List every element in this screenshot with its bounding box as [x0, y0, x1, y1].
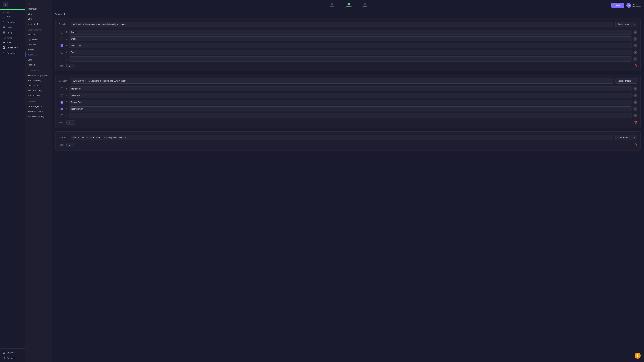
sidebar-item-settings[interactable]: Settings [0, 350, 25, 355]
answer-checkbox-1-2[interactable] [60, 37, 63, 40]
stepper: General Questions Media [329, 3, 367, 8]
type-select-2[interactable]: Single choiceMultiple choiceOpen-Ended [615, 78, 637, 84]
secondary-sidebar-item-bash[interactable]: Bash [25, 57, 52, 62]
secondary-sidebar-item-emc[interactable]: EMC & Integrity [25, 88, 52, 93]
answer-checkbox-2-2[interactable] [60, 94, 63, 97]
remove-answer-btn-2-1[interactable]: × [634, 87, 637, 91]
remove-answer-btn-2-2[interactable]: × [634, 94, 637, 97]
points-input-3[interactable] [66, 143, 75, 147]
answer-num-1-4: 4. [65, 51, 68, 53]
answer-input-2-5[interactable] [69, 113, 632, 118]
remove-answer-btn-2-5[interactable]: × [634, 114, 637, 117]
remove-answer-btn-2-4[interactable]: × [634, 107, 637, 111]
secondary-sidebar-item-bfs[interactable]: BFS [25, 16, 52, 21]
delete-question-btn-1[interactable] [634, 64, 637, 68]
answer-input-1-3[interactable] [69, 43, 632, 48]
answer-row-1-4: 4.× [59, 50, 637, 55]
remove-answer-btn-1-5[interactable]: × [634, 57, 637, 61]
answer-input-2-4[interactable] [69, 106, 632, 111]
secondary-sidebar-item-optimisation[interactable]: Optimisation [25, 37, 52, 42]
secondary-sidebar-item-hardware-security[interactable]: Hardware Security [25, 114, 52, 119]
sidebar-item-tree[interactable]: Tree [0, 14, 25, 19]
secondary-sidebar-item-track-c[interactable]: Track C [25, 47, 52, 52]
answer-checkbox-2-3[interactable] [60, 101, 63, 104]
points-input-1[interactable] [66, 64, 75, 68]
secondary-sidebar-item-power-efficiency[interactable]: Power Efficiency [25, 109, 52, 114]
sidebar-item-tree-tmpl-label: Tree [7, 41, 11, 43]
sidebar-item-branches-tmpl-label: Branches [7, 52, 16, 54]
remove-answer-btn-1-2[interactable]: × [634, 37, 637, 41]
sidebar-item-users[interactable]: Users [0, 25, 25, 30]
secondary-sidebar-item-pointers[interactable]: Pointers [25, 62, 52, 67]
answer-checkbox-2-4[interactable] [60, 108, 63, 110]
remove-answer-btn-1-1[interactable]: × [634, 30, 637, 34]
question-text-input-3[interactable] [71, 135, 613, 140]
step-questions[interactable]: Questions [345, 3, 352, 8]
branches-tmpl-icon [3, 52, 5, 54]
remove-answer-btn-2-3[interactable]: × [634, 100, 637, 104]
step-media[interactable]: Media [362, 3, 367, 8]
answer-num-1-5: 5. [65, 58, 68, 60]
remove-answer-btn-1-4[interactable]: × [634, 50, 637, 54]
answer-num-2-3: 3. [65, 101, 68, 103]
step-dot-questions [348, 3, 350, 5]
type-select-3[interactable]: Single choiceMultiple choiceOpen-Ended [615, 135, 637, 140]
question-text-input-1[interactable] [71, 22, 613, 27]
type-selector-1[interactable]: Single choiceMultiple choiceOpen-Ended [615, 22, 637, 27]
secondary-sidebar: ⋮ AlgorithmsDFSBFSMerge SortGreen Comput… [25, 0, 52, 362]
secondary-sidebar-item-refactoring[interactable]: Refactoring [25, 32, 52, 37]
warning-icon[interactable]: ! [634, 353, 641, 359]
secondary-sidebar-item-merge-sort[interactable]: Merge Sort [25, 21, 52, 26]
more-options-icon[interactable]: ⋮ [25, 0, 52, 6]
answer-row-2-3: 3.× [59, 100, 637, 105]
gear-icon [3, 351, 5, 354]
delete-question-btn-2[interactable] [634, 121, 637, 124]
active-section-label: ACTIVE [0, 10, 25, 14]
answer-row-1-3: 3.× [59, 43, 637, 48]
secondary-sidebar-item-warm-up[interactable]: Warm Up [25, 52, 52, 57]
sidebar-item-collapse[interactable]: Collapse [0, 355, 25, 361]
secondary-sidebar-item-algorithms[interactable]: Algorithms [25, 6, 52, 11]
secondary-sidebar-item-research[interactable]: Research [25, 42, 52, 47]
answer-checkbox-1-3[interactable] [60, 44, 63, 47]
svg-line-19 [4, 42, 5, 42]
secondary-sidebar-item-dfs[interactable]: DFS [25, 11, 52, 16]
type-selector-2[interactable]: Single choiceMultiple choiceOpen-Ended [615, 78, 637, 84]
save-button[interactable]: Save [611, 3, 624, 8]
answer-checkbox-2-5[interactable] [60, 114, 63, 117]
type-selector-3[interactable]: Single choiceMultiple choiceOpen-Ended [615, 135, 637, 140]
sidebar-item-tree-tmpl[interactable]: Tree [0, 39, 25, 45]
question-row-2: QuestionSingle choiceMultiple choiceOpen… [59, 78, 637, 84]
answer-input-1-2[interactable] [69, 36, 632, 41]
answer-checkbox-1-1[interactable] [60, 31, 63, 33]
sidebar-item-branches[interactable]: Branches [0, 19, 25, 25]
sidebar-item-branches-tmpl[interactable]: Branches [0, 50, 25, 56]
delete-question-btn-3[interactable] [634, 143, 637, 147]
answer-checkbox-2-1[interactable] [60, 87, 63, 90]
step-general[interactable]: General [329, 3, 335, 8]
type-select-1[interactable]: Single choiceMultiple choiceOpen-Ended [615, 22, 637, 27]
sidebar-item-challenges[interactable]: Challenges [0, 45, 25, 50]
collapse-icon [3, 357, 5, 359]
points-input-2[interactable] [66, 121, 75, 124]
svg-line-18 [3, 42, 4, 42]
answer-input-2-1[interactable] [69, 86, 632, 91]
secondary-sidebar-item-antenna-design[interactable]: Antenna Design [25, 83, 52, 88]
secondary-sidebar-item-vlsi[interactable]: VLSI Integration [25, 104, 52, 109]
points-input-wrap-1 [66, 64, 75, 68]
secondary-sidebar-item-field-modeling[interactable]: Field Modeling [25, 78, 52, 83]
answer-row-1-5: 5.× [59, 56, 637, 61]
question-text-input-2[interactable] [71, 78, 613, 84]
svg-point-20 [3, 54, 4, 54]
secondary-sidebar-item-em-wave[interactable]: EM Wave Propagation [25, 73, 52, 78]
answer-input-2-3[interactable] [69, 100, 632, 105]
answer-input-1-5[interactable] [69, 56, 632, 61]
sidebar-item-pools[interactable]: Pools [0, 30, 25, 35]
answer-input-2-2[interactable] [69, 93, 632, 98]
answer-checkbox-1-5[interactable] [60, 58, 63, 60]
answer-input-1-4[interactable] [69, 50, 632, 55]
answer-checkbox-1-4[interactable] [60, 51, 63, 54]
secondary-sidebar-item-field-imaging[interactable]: Field Imaging [25, 93, 52, 98]
remove-answer-btn-1-3[interactable]: × [634, 44, 637, 47]
answer-input-1-1[interactable] [69, 30, 632, 35]
